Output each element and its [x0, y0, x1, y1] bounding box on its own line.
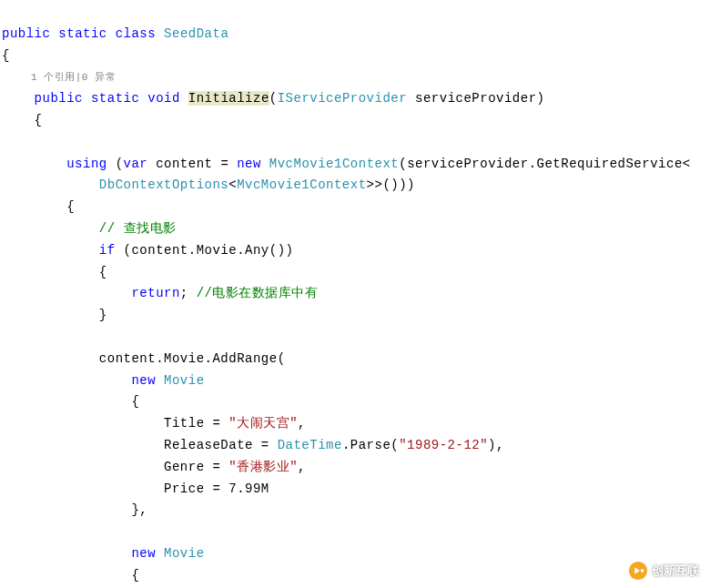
text: (serviceProvider.GetRequiredService< [399, 157, 690, 171]
type-mvc: MvcMovie1Context [237, 177, 366, 192]
method-initialize: Initialize [188, 91, 269, 106]
comma: , [298, 460, 306, 474]
kw-static: static [91, 91, 139, 106]
codelens[interactable]: 1 个引用|0 异常 [2, 72, 116, 83]
kw-new: new [131, 546, 156, 561]
kw-class: class [116, 26, 157, 41]
code-editor: public static class SeedData { 1 个引用|0 异… [0, 0, 710, 588]
brace: { [99, 265, 107, 279]
kw-var: var [124, 157, 148, 171]
string: "1989-2-12" [399, 438, 488, 452]
string: "大闹天宫" [228, 416, 298, 431]
watermark-text: 创新互联 [652, 561, 699, 581]
param: serviceProvider) [407, 91, 544, 106]
logo-icon [628, 561, 648, 581]
paren: ( [107, 157, 124, 171]
prop-genre: Genre = [164, 460, 228, 474]
kw-if: if [99, 243, 116, 258]
semi: ; [180, 286, 197, 300]
string: "香港影业" [228, 460, 298, 474]
type-movie: Movie [164, 373, 205, 388]
svg-point-1 [641, 569, 644, 573]
text: >>())) [367, 177, 415, 192]
paren: ( [269, 91, 278, 106]
brace: { [131, 394, 139, 409]
kw-new: new [131, 373, 156, 388]
prop-releasedate: ReleaseDate = [164, 438, 278, 452]
text: content.Movie.AddRange( [99, 351, 286, 366]
kw-new: new [237, 157, 261, 171]
type-iservice: IServiceProvider [278, 91, 407, 106]
prop-price: Price = 7.99M [164, 482, 269, 496]
type-movie: Movie [164, 546, 205, 561]
text: content = [147, 157, 237, 171]
class-name: SeedData [164, 26, 228, 41]
kw-public: public [2, 26, 50, 41]
comment: // 查找电影 [99, 221, 177, 236]
brace: }, [131, 502, 147, 517]
kw-void: void [147, 91, 180, 106]
comma: , [298, 416, 306, 431]
brace: { [35, 113, 43, 127]
brace: { [2, 48, 10, 63]
text: .Parse( [342, 438, 399, 452]
type-datetime: DateTime [278, 438, 342, 452]
kw-using: using [66, 157, 107, 171]
brace: { [131, 568, 139, 583]
kw-static: static [58, 26, 106, 41]
brace: { [66, 199, 75, 214]
prop-title: Title = [164, 416, 228, 431]
type-dbcontext: DbContextOptions [99, 177, 228, 192]
comment: //电影在数据库中有 [197, 286, 319, 300]
text: ), [488, 438, 504, 452]
lt: < [228, 177, 237, 192]
kw-return: return [131, 286, 179, 300]
kw-public: public [35, 91, 83, 106]
type-mvc: MvcMovie1Context [269, 157, 399, 171]
watermark: 创新互联 [628, 561, 699, 581]
text: (content.Movie.Any()) [116, 243, 294, 258]
brace: } [99, 308, 107, 322]
